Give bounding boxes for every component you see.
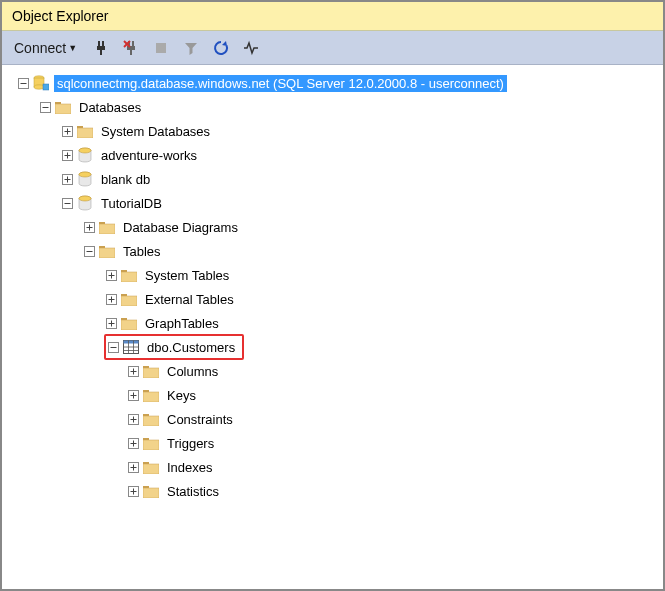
folder-icon [142,362,160,380]
tree-node-databases[interactable]: Databases [6,95,659,119]
tree-node-database-diagrams[interactable]: Database Diagrams [6,215,659,239]
disconnect-icon[interactable] [121,38,141,58]
tree-node-tutorialdb[interactable]: TutorialDB [6,191,659,215]
tree-node-columns[interactable]: Columns [6,359,659,383]
tree-node-system-tables[interactable]: System Tables [6,263,659,287]
expander-icon[interactable] [126,460,140,474]
expander-icon[interactable] [104,268,118,282]
folder-icon [142,458,160,476]
tree-node-constraints[interactable]: Constraints [6,407,659,431]
window-title: Object Explorer [2,2,663,31]
tree-node-adventure-works[interactable]: adventure-works [6,143,659,167]
expander-icon[interactable] [82,220,96,234]
tree-node-statistics[interactable]: Statistics [6,479,659,503]
folder-icon [120,290,138,308]
connect-icon[interactable] [91,38,111,58]
folder-icon [76,122,94,140]
table-icon [122,338,140,356]
database-icon [76,146,94,164]
tree-node-dbo-customers[interactable]: dbo.Customers [6,335,659,359]
expander-icon[interactable] [126,388,140,402]
expander-icon[interactable] [82,244,96,258]
expander-icon[interactable] [106,340,120,354]
tree-node-external-tables[interactable]: External Tables [6,287,659,311]
expander-icon[interactable] [38,100,52,114]
connect-button[interactable]: Connect▼ [10,38,81,58]
expander-icon[interactable] [16,76,30,90]
expander-icon[interactable] [126,364,140,378]
folder-icon [120,266,138,284]
expander-icon[interactable] [104,292,118,306]
tree-node-keys[interactable]: Keys [6,383,659,407]
tree-node-tables[interactable]: Tables [6,239,659,263]
database-icon [76,170,94,188]
expander-icon[interactable] [126,484,140,498]
tree-node-blank-db[interactable]: blank db [6,167,659,191]
tree-node-server[interactable]: sqlconnectmg.database.windows.net (SQL S… [6,71,659,95]
expander-icon[interactable] [104,316,118,330]
folder-icon [98,242,116,260]
expander-icon[interactable] [60,124,74,138]
expander-icon[interactable] [60,196,74,210]
tree-node-graph-tables[interactable]: GraphTables [6,311,659,335]
tree-node-indexes[interactable]: Indexes [6,455,659,479]
folder-icon [98,218,116,236]
stop-icon[interactable] [151,38,171,58]
expander-icon[interactable] [60,148,74,162]
filter-icon[interactable] [181,38,201,58]
activity-monitor-icon[interactable] [241,38,261,58]
folder-icon [142,482,160,500]
toolbar: Connect▼ [2,31,663,65]
expander-icon[interactable] [126,412,140,426]
tree-node-system-databases[interactable]: System Databases [6,119,659,143]
folder-icon [120,314,138,332]
folder-icon [142,410,160,428]
folder-icon [142,386,160,404]
highlight-annotation: dbo.Customers [104,334,244,360]
folder-icon [54,98,72,116]
tree-node-triggers[interactable]: Triggers [6,431,659,455]
server-icon [32,74,50,92]
database-icon [76,194,94,212]
object-explorer-tree: sqlconnectmg.database.windows.net (SQL S… [2,65,663,509]
refresh-icon[interactable] [211,38,231,58]
expander-icon[interactable] [60,172,74,186]
folder-icon [142,434,160,452]
expander-icon[interactable] [126,436,140,450]
